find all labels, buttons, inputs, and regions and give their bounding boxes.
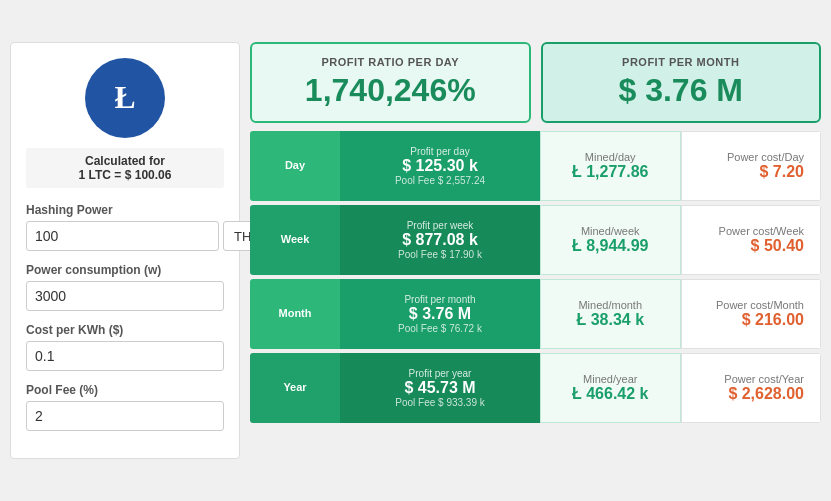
ltc-logo: Ł <box>85 58 165 138</box>
right-panel: PROFIT RATIO PER DAY 1,740,246% PROFIT P… <box>250 42 821 459</box>
hashing-power-label: Hashing Power <box>26 203 224 217</box>
row-profit-label: Profit per month <box>404 294 475 305</box>
profit-month-value: $ 3.76 M <box>559 72 804 109</box>
row-power-cost-cell: Power cost/Month $ 216.00 <box>681 279 822 349</box>
table-row: Week Profit per week $ 877.08 k Pool Fee… <box>250 205 821 275</box>
cost-per-kwh-label: Cost per KWh ($) <box>26 323 224 337</box>
row-profit-value: $ 125.30 k <box>402 157 478 175</box>
profit-month-card: PROFIT PER MONTH $ 3.76 M <box>541 42 822 123</box>
row-power-value: $ 2,628.00 <box>728 385 804 403</box>
profit-month-label: PROFIT PER MONTH <box>559 56 804 68</box>
row-period: Week <box>281 233 310 245</box>
row-period: Day <box>285 159 305 171</box>
row-pool-fee: Pool Fee $ 933.39 k <box>395 397 485 408</box>
power-consumption-input[interactable] <box>26 281 224 311</box>
row-period-cell: Day <box>250 131 340 201</box>
row-power-cost-cell: Power cost/Year $ 2,628.00 <box>681 353 822 423</box>
pool-fee-label: Pool Fee (%) <box>26 383 224 397</box>
row-period: Year <box>283 381 306 393</box>
row-power-label: Power cost/Year <box>724 373 804 385</box>
data-table: Day Profit per day $ 125.30 k Pool Fee $… <box>250 131 821 423</box>
calc-for-section: Calculated for 1 LTC = $ 100.06 <box>26 148 224 188</box>
cost-per-kwh-input[interactable] <box>26 341 224 371</box>
row-mined-label: Mined/week <box>581 225 640 237</box>
row-period-cell: Week <box>250 205 340 275</box>
row-pool-fee: Pool Fee $ 76.72 k <box>398 323 482 334</box>
row-profit-cell: Profit per day $ 125.30 k Pool Fee $ 2,5… <box>340 131 540 201</box>
row-mined-label: Mined/year <box>583 373 637 385</box>
row-profit-cell: Profit per month $ 3.76 M Pool Fee $ 76.… <box>340 279 540 349</box>
row-period: Month <box>279 307 312 319</box>
profit-ratio-label: PROFIT RATIO PER DAY <box>268 56 513 68</box>
row-power-value: $ 50.40 <box>751 237 804 255</box>
calc-label: Calculated for <box>32 154 218 168</box>
svg-text:Ł: Ł <box>114 80 135 115</box>
row-profit-label: Profit per week <box>407 220 474 231</box>
row-profit-cell: Profit per year $ 45.73 M Pool Fee $ 933… <box>340 353 540 423</box>
row-mined-cell: Mined/day Ł 1,277.86 <box>540 131 681 201</box>
power-consumption-group: Power consumption (w) <box>26 263 224 311</box>
row-profit-label: Profit per day <box>410 146 469 157</box>
row-mined-value: Ł 8,944.99 <box>572 237 649 255</box>
row-power-label: Power cost/Day <box>727 151 804 163</box>
cost-per-kwh-group: Cost per KWh ($) <box>26 323 224 371</box>
profit-ratio-card: PROFIT RATIO PER DAY 1,740,246% <box>250 42 531 123</box>
row-profit-value: $ 3.76 M <box>409 305 471 323</box>
table-row: Day Profit per day $ 125.30 k Pool Fee $… <box>250 131 821 201</box>
hashing-power-group: Hashing Power KH/s MH/s GH/s TH/s PH/s <box>26 203 224 251</box>
row-mined-label: Mined/month <box>578 299 642 311</box>
row-period-cell: Month <box>250 279 340 349</box>
row-period-cell: Year <box>250 353 340 423</box>
top-stats: PROFIT RATIO PER DAY 1,740,246% PROFIT P… <box>250 42 821 123</box>
row-mined-value: Ł 466.42 k <box>572 385 649 403</box>
pool-fee-input[interactable] <box>26 401 224 431</box>
row-power-label: Power cost/Month <box>716 299 804 311</box>
profit-ratio-value: 1,740,246% <box>268 72 513 109</box>
row-power-value: $ 7.20 <box>760 163 804 181</box>
row-profit-value: $ 877.08 k <box>402 231 478 249</box>
row-mined-value: Ł 38.34 k <box>576 311 644 329</box>
row-profit-value: $ 45.73 M <box>404 379 475 397</box>
table-row: Month Profit per month $ 3.76 M Pool Fee… <box>250 279 821 349</box>
main-container: Ł Calculated for 1 LTC = $ 100.06 Hashin… <box>0 32 831 469</box>
calc-value: 1 LTC = $ 100.06 <box>32 168 218 182</box>
hashing-power-input[interactable] <box>26 221 219 251</box>
power-consumption-label: Power consumption (w) <box>26 263 224 277</box>
left-panel: Ł Calculated for 1 LTC = $ 100.06 Hashin… <box>10 42 240 459</box>
row-mined-cell: Mined/month Ł 38.34 k <box>540 279 681 349</box>
row-power-label: Power cost/Week <box>719 225 804 237</box>
row-mined-cell: Mined/week Ł 8,944.99 <box>540 205 681 275</box>
row-profit-cell: Profit per week $ 877.08 k Pool Fee $ 17… <box>340 205 540 275</box>
row-mined-label: Mined/day <box>585 151 636 163</box>
row-mined-value: Ł 1,277.86 <box>572 163 649 181</box>
row-power-value: $ 216.00 <box>742 311 804 329</box>
row-power-cost-cell: Power cost/Week $ 50.40 <box>681 205 822 275</box>
row-pool-fee: Pool Fee $ 17.90 k <box>398 249 482 260</box>
pool-fee-group: Pool Fee (%) <box>26 383 224 431</box>
row-profit-label: Profit per year <box>409 368 472 379</box>
row-pool-fee: Pool Fee $ 2,557.24 <box>395 175 485 186</box>
table-row: Year Profit per year $ 45.73 M Pool Fee … <box>250 353 821 423</box>
row-mined-cell: Mined/year Ł 466.42 k <box>540 353 681 423</box>
row-power-cost-cell: Power cost/Day $ 7.20 <box>681 131 822 201</box>
